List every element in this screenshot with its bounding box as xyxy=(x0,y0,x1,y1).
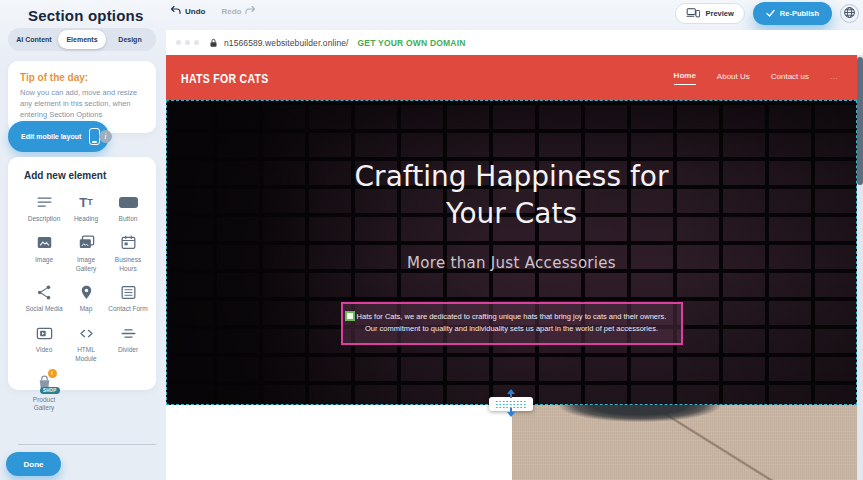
drag-dots-icon xyxy=(495,400,527,408)
window-dots xyxy=(176,40,199,45)
globe-icon xyxy=(843,6,856,22)
element-image[interactable]: Image xyxy=(24,233,64,274)
business-hours-icon xyxy=(119,233,138,253)
resize-arrow-down-icon xyxy=(507,412,515,417)
element-html-module[interactable]: HTML Module xyxy=(66,323,106,364)
image-icon xyxy=(35,233,54,253)
lock-icon xyxy=(209,34,218,52)
element-map[interactable]: Map xyxy=(66,282,106,314)
image-gallery-icon xyxy=(77,233,96,253)
site-nav: Home About Us Contact us … xyxy=(674,71,839,85)
tab-ai-content[interactable]: AI Content xyxy=(10,30,58,49)
tip-title: Tip of the day: xyxy=(20,72,144,83)
element-button[interactable]: Button xyxy=(108,192,148,224)
republish-button[interactable]: Re-Publish xyxy=(753,2,832,25)
done-button[interactable]: Done xyxy=(6,452,61,476)
button-icon xyxy=(119,192,138,212)
check-icon xyxy=(766,9,775,19)
site-url: n1566589.websitebuilder.online/ xyxy=(224,38,349,48)
undo-redo-group: Undo Redo xyxy=(170,5,256,17)
html-code-icon xyxy=(77,323,96,343)
shop-badge: SHOP xyxy=(40,387,60,394)
element-contact-form[interactable]: Contact Form xyxy=(108,282,148,314)
info-icon[interactable]: i xyxy=(99,130,112,143)
tab-design[interactable]: Design xyxy=(106,30,154,49)
devices-icon xyxy=(686,7,700,20)
edit-mobile-layout-button[interactable]: Edit mobile layout xyxy=(8,121,109,152)
tip-body: Now you can add, move and resize any ele… xyxy=(20,88,144,121)
element-grid: Description TT Heading Button Image Imag… xyxy=(24,192,148,413)
element-divider[interactable]: Divider xyxy=(108,323,148,364)
sidebar-tabs: AI Content Elements Design xyxy=(8,28,156,51)
element-social-media[interactable]: Social Media xyxy=(24,282,64,314)
redo-button[interactable]: Redo xyxy=(221,5,256,17)
add-element-panel: Add new element Description TT Heading B… xyxy=(8,157,156,390)
undo-icon xyxy=(170,5,181,17)
element-handle[interactable] xyxy=(345,311,355,321)
nav-home[interactable]: Home xyxy=(674,71,696,85)
product-gallery-icon: ! SHOP xyxy=(35,373,54,393)
element-video[interactable]: Video xyxy=(24,323,64,364)
top-actions: Preview Re-Publish xyxy=(675,2,859,25)
sidebar-divider xyxy=(18,444,156,445)
hero-heading[interactable]: Crafting Happiness for Your Cats xyxy=(167,159,856,233)
get-domain-link[interactable]: GET YOUR OWN DOMAIN xyxy=(358,38,466,48)
element-description[interactable]: Description xyxy=(24,192,64,224)
hero-section[interactable]: Crafting Happiness for Your Cats More th… xyxy=(166,100,857,405)
element-heading[interactable]: TT Heading xyxy=(66,192,106,224)
element-business-hours[interactable]: Business Hours xyxy=(108,233,148,274)
cat-photo xyxy=(512,405,857,480)
hero-body-text: Hats for Cats, we are dedicated to craft… xyxy=(352,311,672,335)
nav-contact-us[interactable]: Contact us xyxy=(771,72,809,83)
preview-button[interactable]: Preview xyxy=(675,3,744,24)
redo-icon xyxy=(245,5,256,17)
hero-text-box[interactable]: Hats for Cats, we are dedicated to craft… xyxy=(341,302,683,345)
divider-icon xyxy=(119,323,138,343)
heading-icon: TT xyxy=(79,192,92,212)
resize-arrow-stem xyxy=(510,394,512,398)
hero-subheading[interactable]: More than Just Accessories xyxy=(167,254,856,272)
notification-badge: ! xyxy=(48,369,57,378)
browser-bar: n1566589.websitebuilder.online/ GET YOUR… xyxy=(166,30,863,55)
site-logo[interactable]: HATS FOR CATS xyxy=(181,70,269,85)
site-header: HATS FOR CATS Home About Us Contact us … xyxy=(166,55,857,100)
contact-form-icon xyxy=(119,282,138,302)
page-title: Section options xyxy=(28,7,144,24)
element-product-gallery[interactable]: ! SHOP Product Gallery xyxy=(24,373,64,414)
language-globe-button[interactable] xyxy=(840,4,859,23)
scrollbar-thumb[interactable] xyxy=(857,57,863,185)
social-media-icon xyxy=(35,282,54,302)
preview-scrollbar[interactable] xyxy=(857,55,863,480)
description-icon xyxy=(35,192,54,212)
resize-arrow-stem xyxy=(510,408,512,412)
tab-elements[interactable]: Elements xyxy=(58,30,106,49)
element-image-gallery[interactable]: Image Gallery xyxy=(66,233,106,274)
video-icon xyxy=(35,323,54,343)
undo-button[interactable]: Undo xyxy=(170,5,205,17)
nav-about-us[interactable]: About Us xyxy=(717,72,750,83)
nav-more-menu[interactable]: … xyxy=(830,72,839,83)
map-pin-icon xyxy=(77,282,96,302)
add-element-title: Add new element xyxy=(24,170,148,181)
